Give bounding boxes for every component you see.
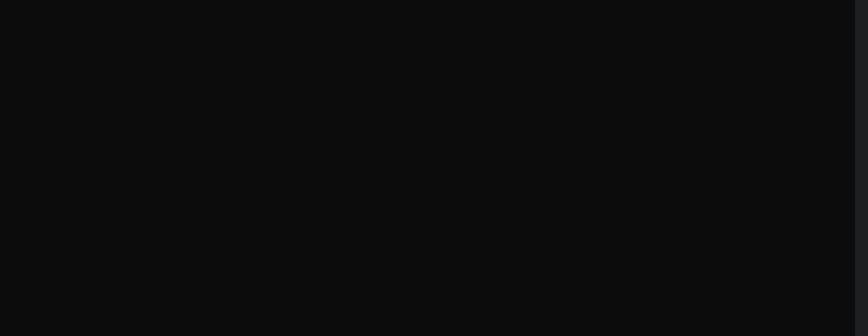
ide-sidebar[interactable] [855, 0, 868, 336]
terminal-viewport[interactable] [0, 0, 854, 336]
minimap-scrollbar[interactable] [804, 0, 810, 336]
